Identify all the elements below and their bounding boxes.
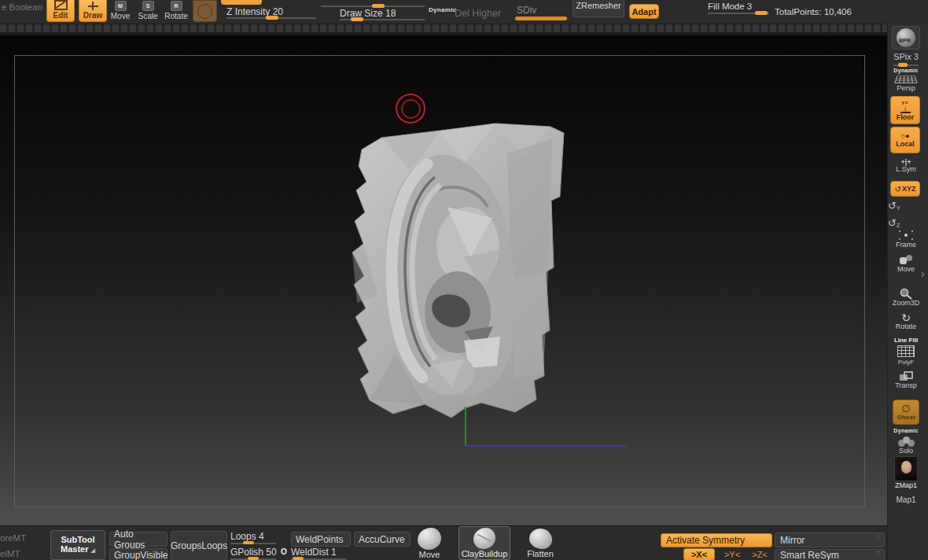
bpr-button[interactable]: BPR <box>892 26 920 50</box>
brush-flatten[interactable]: Flatten <box>522 529 558 560</box>
move-mode-button[interactable]: M Move <box>107 0 134 22</box>
spix-slider[interactable]: SPix 3 <box>888 52 924 68</box>
xyz-rotate-button[interactable]: ↺ XYZ <box>890 181 920 197</box>
sdiv-slider[interactable]: SDiv <box>515 3 570 20</box>
smart-resym-button[interactable]: Smart ReSym ∷ <box>775 549 885 560</box>
zbrush-app-window: e Boolean Edit Draw M Move S Scale R Rot… <box>0 0 928 560</box>
radio-dot-icon[interactable]: O <box>281 547 287 556</box>
line-fill-group[interactable]: Line Fill PolyF <box>888 337 924 366</box>
move-label: Move <box>111 13 130 20</box>
solo-icon <box>903 437 910 444</box>
frame-label: Frame <box>896 241 916 249</box>
draw-size-handle[interactable] <box>351 17 363 21</box>
sym-y-button[interactable]: >Y< <box>718 548 746 560</box>
zremesher-label: ZRemesher <box>576 1 621 10</box>
subtool-master-button[interactable]: SubTool Master ◢ <box>50 530 105 560</box>
transp-button[interactable]: Transp <box>888 371 924 389</box>
persp-label: Persp <box>897 85 915 92</box>
loops-slider[interactable]: Loops 4 <box>230 531 278 545</box>
accu-curve-button[interactable]: AccuCurve <box>354 532 411 547</box>
subtool-corner-icon: ◢ <box>91 547 95 553</box>
weld-dist-handle[interactable] <box>293 557 304 560</box>
sym-z-button[interactable]: >Z< <box>746 548 774 560</box>
tray-collapse-arrow[interactable]: › <box>921 267 925 280</box>
map1-label[interactable]: Map1 <box>888 496 924 504</box>
rotate-3d-button[interactable]: ↻ Rotate <box>888 313 924 330</box>
fill-mode-label: Fill Mode 3 <box>708 2 752 11</box>
group-visible-button[interactable]: GroupVisible <box>109 548 168 560</box>
sdiv-label: SDiv <box>517 5 536 16</box>
del-mt-button[interactable]: elMT <box>0 549 20 558</box>
store-mt-button[interactable]: oreMT <box>0 533 26 543</box>
ear-model-sculpt[interactable] <box>346 114 574 433</box>
auto-groups-button[interactable]: Auto Groups <box>109 532 168 547</box>
zmap-thumbnail[interactable] <box>894 456 918 481</box>
loops-label: Loops 4 <box>230 531 264 542</box>
move-key-icon: M <box>115 1 127 11</box>
rotate-y-button[interactable]: ↺ Y <box>888 200 924 212</box>
lsym-button[interactable]: +|+ L.Sym <box>888 159 924 173</box>
weld-dist-label: WeldDist 1 <box>291 547 337 558</box>
persp-button[interactable]: Dynamic Persp <box>888 68 924 92</box>
scale-mode-button[interactable]: S Scale <box>134 0 161 22</box>
line-fill-label: Line Fill <box>894 337 918 344</box>
zmap-label: ZMap1 <box>888 481 924 489</box>
brush-move[interactable]: Move <box>413 528 446 560</box>
local-button[interactable]: ○● Local <box>890 127 920 153</box>
loops-handle[interactable] <box>243 541 254 544</box>
solo-group[interactable]: Dynamic Solo <box>888 428 924 455</box>
live-boolean-label[interactable]: e Boolean <box>2 2 42 12</box>
thumbnail-strip[interactable] <box>0 24 928 35</box>
fill-mode-handle[interactable] <box>755 11 768 15</box>
weld-dist-slider[interactable]: WeldDist 1 <box>291 547 348 560</box>
move-3d-label: Move <box>897 266 915 273</box>
viewport-canvas[interactable] <box>0 35 887 525</box>
mirror-button[interactable]: Mirror ∷ <box>775 532 885 547</box>
spix-handle[interactable] <box>898 63 908 67</box>
zoom-3d-button[interactable]: Zoom3D <box>888 288 924 307</box>
zremesher-button[interactable]: ZRemesher <box>573 0 624 17</box>
sym-x-button[interactable]: >X< <box>683 548 715 560</box>
dynamic-draw-label[interactable]: Dynamic <box>429 6 456 13</box>
rotate-mode-button[interactable]: R Rotate <box>163 0 190 22</box>
current-brush-button[interactable] <box>193 0 217 22</box>
z-intensity-handle[interactable] <box>266 16 278 20</box>
auto-groups-label: Auto Groups <box>114 529 167 551</box>
draw-size-label: Draw Size 18 <box>340 8 396 19</box>
draw-size-slider[interactable]: Draw Size 18 <box>340 6 426 22</box>
xyz-rotate-icon: ↺ <box>895 185 901 193</box>
groups-loops-label: GroupsLoops <box>171 540 227 551</box>
hand-icon <box>897 254 915 266</box>
subtool-line1: SubTool <box>61 535 94 544</box>
polyframe-grid-icon <box>897 345 915 357</box>
transp-icon <box>898 371 914 382</box>
sdiv-bar[interactable] <box>515 17 567 20</box>
frame-button[interactable]: Frame <box>888 230 924 249</box>
spix-label: SPix 3 <box>893 52 919 61</box>
sym-x-label: >X< <box>691 550 707 559</box>
edit-label: Edit <box>53 12 68 20</box>
move-3d-button[interactable]: Move <box>888 254 924 273</box>
brush-claybuildup[interactable]: ClayBuildup <box>458 526 510 560</box>
weld-points-button[interactable]: WeldPoints <box>291 532 351 547</box>
edit-button[interactable]: Edit <box>46 0 75 22</box>
brush-flatten-thumb <box>529 529 552 549</box>
groups-loops-button[interactable]: GroupsLoops <box>171 531 227 560</box>
draw-button[interactable]: Draw <box>79 0 107 22</box>
del-higher-button[interactable]: Del Higher <box>455 8 501 19</box>
gpolish-slider[interactable]: GPolish 50 <box>230 547 278 560</box>
brush-move-label: Move <box>413 550 446 559</box>
gpolish-handle[interactable] <box>248 557 259 560</box>
activate-symmetry-button[interactable]: Activate Symmetry <box>661 533 772 547</box>
smart-resym-label: Smart ReSym <box>780 550 839 560</box>
adapt-button[interactable]: Adapt <box>629 4 659 19</box>
rotate-label: Rotate <box>164 13 187 20</box>
fill-mode-slider[interactable]: Fill Mode 3 <box>708 0 771 17</box>
rotate-z-button[interactable]: ↺ Z <box>888 217 924 229</box>
polyf-label: PolyF <box>898 359 914 366</box>
floor-button[interactable]: yz ↓ Floor <box>890 96 920 124</box>
ghost-button[interactable]: ∅ Ghost <box>893 400 919 425</box>
rotate-z-icon: ↺ <box>888 217 897 229</box>
sym-y-label: >Y< <box>724 550 740 559</box>
z-intensity-slider[interactable]: Z Intensity 20 <box>226 5 318 20</box>
